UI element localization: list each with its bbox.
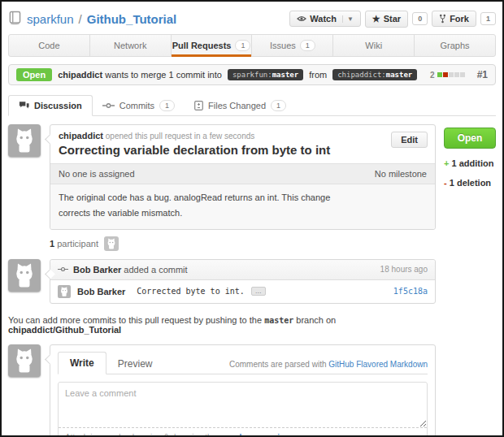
branch-name: master	[264, 316, 293, 325]
commit-icon	[102, 102, 115, 110]
expand-commit-button[interactable]: …	[251, 287, 266, 296]
fork-button[interactable]: Fork	[432, 11, 476, 27]
discussion-icon	[19, 101, 29, 110]
avatar[interactable]	[8, 344, 41, 377]
commit-sha-link[interactable]: 1f5c18a	[393, 287, 428, 296]
pr-title: Correcting variable declaration from byt…	[59, 143, 427, 157]
fork-count[interactable]: 1	[480, 12, 496, 25]
markdown-help-link[interactable]: GitHub Flavored Markdown	[328, 360, 428, 369]
repo-owner-link[interactable]: sparkfun	[27, 12, 74, 26]
commit-icon	[58, 265, 68, 275]
commit-group: Bob Barker added a commit 18 hours ago B…	[8, 259, 436, 304]
github-pull-request-page: sparkfun / Github_Tutorial Watch ▼ ★ Sta…	[0, 0, 504, 437]
additions-line: + 1 addition	[444, 158, 496, 168]
assignee-status: No one is assigned	[59, 169, 135, 179]
tab-preview[interactable]: Preview	[106, 353, 164, 374]
pr-sidebar: Open + 1 addition - 1 deletion	[436, 124, 496, 437]
tab-commits[interactable]: Commits 1	[93, 95, 185, 116]
deletions-line: - 1 deletion	[444, 178, 496, 188]
minus-icon: -	[444, 178, 447, 188]
comment-header: chipaddict opened this pull request in a…	[50, 125, 435, 163]
pr-tab-nav: Discussion Commits 1 Files Changed 1	[8, 93, 496, 116]
commit-timestamp: 18 hours ago	[380, 265, 428, 274]
tab-write[interactable]: Write	[58, 352, 106, 374]
commit-message[interactable]: Corrected byte to int.	[137, 287, 244, 296]
chevron-down-icon[interactable]: ▼	[342, 15, 354, 23]
head-repo-name: chipaddict/Github_Tutorial	[8, 325, 121, 335]
comment-form: Write Preview Comments are parsed with G…	[8, 344, 436, 437]
comment-textarea[interactable]	[59, 383, 427, 428]
star-button[interactable]: ★ Star	[365, 11, 408, 28]
comment-body: The original code has a bug. analogRead …	[50, 184, 435, 229]
comment-meta: chipaddict opened this pull request in a…	[59, 131, 427, 141]
diffstat: 2	[430, 71, 465, 80]
eye-icon	[297, 15, 306, 23]
commit-row: Bob Barker Corrected byte to int. … 1f5c…	[50, 280, 435, 303]
attach-bar: Attach images by dragging & dropping the…	[59, 428, 427, 437]
avatar[interactable]	[8, 124, 41, 157]
avatar[interactable]	[8, 259, 41, 292]
pull-request-number: #1	[477, 69, 488, 80]
tab-discussion[interactable]: Discussion	[8, 95, 93, 116]
comment-form-tabs: Write Preview Comments are parsed with G…	[58, 352, 428, 374]
fork-icon	[439, 14, 446, 24]
edit-button[interactable]: Edit	[391, 132, 428, 148]
repo-header: sparkfun / Github_Tutorial Watch ▼ ★ Sta…	[8, 8, 496, 29]
tab-files-changed[interactable]: Files Changed 1	[185, 95, 296, 116]
commits-count: 1	[159, 100, 175, 111]
commit-avatar[interactable]	[58, 285, 71, 298]
base-ref-badge: sparkfun:master	[228, 69, 303, 80]
pull-request-status-bar: Open chipaddict wants to merge 1 commit …	[8, 64, 496, 85]
push-instructions: You can add more commits to this pull re…	[8, 315, 436, 335]
from-label: from	[309, 70, 327, 80]
assignment-bar: No one is assigned No milestone	[50, 163, 435, 184]
repo-name-link[interactable]: Github_Tutorial	[87, 12, 177, 26]
head-ref-badge: chipaddict:master	[332, 69, 417, 80]
repo-tab-bar: Code Network Pull Requests1 Issues1 Wiki…	[8, 34, 496, 57]
merge-summary: chipaddict wants to merge 1 commit into	[58, 70, 222, 80]
markdown-note: Comments are parsed with GitHub Flavored…	[229, 360, 428, 374]
diffstat-blocks	[437, 72, 465, 77]
repo-title: sparkfun / Github_Tutorial	[8, 11, 176, 27]
issues-count: 1	[300, 40, 315, 51]
tab-issues[interactable]: Issues1	[252, 35, 333, 56]
open-state-badge: Open	[16, 68, 52, 81]
pr-opening-comment: chipaddict opened this pull request in a…	[8, 124, 436, 230]
tab-graphs[interactable]: Graphs	[415, 35, 495, 56]
commit-group-header: Bob Barker added a commit 18 hours ago	[50, 260, 435, 280]
watch-button[interactable]: Watch ▼	[289, 11, 361, 27]
plus-icon: +	[444, 158, 449, 168]
commit-author: Bob Barker	[77, 287, 125, 296]
file-diff-icon	[194, 101, 203, 110]
participant-avatar[interactable]	[104, 236, 119, 251]
tab-network[interactable]: Network	[90, 35, 172, 56]
star-icon: ★	[372, 14, 380, 24]
tab-code[interactable]: Code	[9, 35, 90, 56]
choose-image-link[interactable]: choose an image	[235, 433, 301, 437]
tab-pull-requests[interactable]: Pull Requests1	[172, 35, 253, 56]
open-status-button: Open	[444, 128, 496, 149]
files-changed-count: 1	[271, 100, 286, 111]
comment-input-area: Attach images by dragging & dropping the…	[58, 382, 428, 437]
repo-separator: /	[79, 12, 82, 26]
milestone-status: No milestone	[375, 169, 427, 179]
repo-book-icon	[8, 11, 22, 27]
repo-actions: Watch ▼ ★ Star 0 Fork 1	[289, 11, 496, 28]
pull-requests-count: 1	[235, 40, 250, 51]
tab-wiki[interactable]: Wiki	[333, 35, 415, 56]
participants-row: 1 participant	[50, 236, 436, 251]
discussion-timeline: chipaddict opened this pull request in a…	[8, 124, 436, 437]
star-count[interactable]: 0	[412, 12, 428, 25]
